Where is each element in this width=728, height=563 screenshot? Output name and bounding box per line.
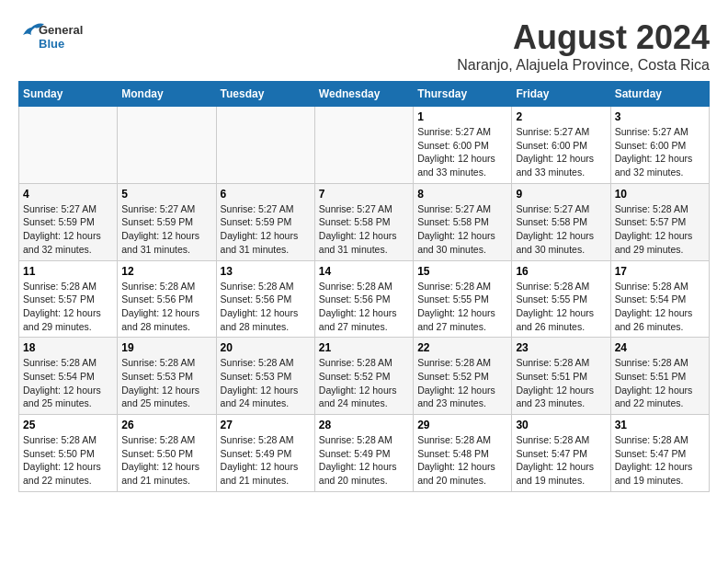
day-info: Sunrise: 5:28 AMSunset: 5:57 PMDaylight:… — [23, 280, 113, 334]
table-row: 13Sunrise: 5:28 AMSunset: 5:56 PMDayligh… — [216, 260, 314, 338]
day-info: Sunrise: 5:28 AMSunset: 5:51 PMDaylight:… — [615, 356, 705, 410]
day-info: Sunrise: 5:28 AMSunset: 5:53 PMDaylight:… — [221, 356, 311, 410]
day-info: Sunrise: 5:28 AMSunset: 5:51 PMDaylight:… — [516, 356, 606, 410]
day-info: Sunrise: 5:27 AMSunset: 5:59 PMDaylight:… — [23, 202, 113, 257]
day-number: 16 — [516, 265, 606, 278]
main-title: August 2024 — [457, 18, 710, 57]
day-info: Sunrise: 5:28 AMSunset: 5:50 PMDaylight:… — [121, 433, 211, 488]
day-number: 6 — [221, 188, 311, 201]
table-row: 3Sunrise: 5:27 AMSunset: 6:00 PMDaylight… — [610, 107, 709, 184]
calendar-table: Sunday Monday Tuesday Wednesday Thursday… — [18, 81, 710, 492]
day-info: Sunrise: 5:28 AMSunset: 5:56 PMDaylight:… — [319, 280, 409, 334]
calendar-week-row: 25Sunrise: 5:28 AMSunset: 5:50 PMDayligh… — [19, 415, 710, 492]
svg-text:Blue: Blue — [39, 37, 64, 51]
title-section: August 2024 Naranjo, Alajuela Province, … — [457, 18, 710, 74]
day-info: Sunrise: 5:27 AMSunset: 5:58 PMDaylight:… — [516, 202, 606, 257]
col-thursday: Thursday — [414, 82, 512, 107]
table-row: 30Sunrise: 5:28 AMSunset: 5:47 PMDayligh… — [512, 415, 610, 492]
table-row: 19Sunrise: 5:28 AMSunset: 5:53 PMDayligh… — [118, 338, 216, 415]
day-number: 8 — [417, 188, 507, 201]
day-number: 7 — [319, 188, 409, 201]
day-info: Sunrise: 5:27 AMSunset: 5:58 PMDaylight:… — [417, 202, 507, 257]
table-row: 17Sunrise: 5:28 AMSunset: 5:54 PMDayligh… — [610, 260, 709, 338]
day-info: Sunrise: 5:28 AMSunset: 5:48 PMDaylight:… — [417, 433, 507, 488]
day-number: 15 — [417, 265, 507, 278]
logo-svg: General Blue — [18, 18, 101, 53]
day-number: 11 — [23, 265, 113, 278]
table-row: 9Sunrise: 5:27 AMSunset: 5:58 PMDaylight… — [512, 183, 610, 260]
day-info: Sunrise: 5:28 AMSunset: 5:49 PMDaylight:… — [319, 433, 409, 488]
day-number: 20 — [221, 341, 311, 354]
day-info: Sunrise: 5:28 AMSunset: 5:56 PMDaylight:… — [221, 280, 311, 334]
day-info: Sunrise: 5:27 AMSunset: 5:58 PMDaylight:… — [319, 202, 409, 257]
col-friday: Friday — [512, 82, 610, 107]
day-number: 29 — [417, 419, 507, 431]
calendar-header-row: Sunday Monday Tuesday Wednesday Thursday… — [19, 82, 710, 107]
day-number: 2 — [516, 110, 606, 123]
logo-text-block: General Blue — [18, 18, 101, 53]
day-number: 28 — [319, 419, 409, 431]
col-monday: Monday — [118, 82, 216, 107]
day-number: 30 — [516, 419, 606, 431]
col-saturday: Saturday — [610, 82, 709, 107]
day-number: 21 — [319, 341, 409, 354]
day-info: Sunrise: 5:28 AMSunset: 5:57 PMDaylight:… — [615, 202, 705, 257]
table-row: 22Sunrise: 5:28 AMSunset: 5:52 PMDayligh… — [414, 338, 512, 415]
calendar-week-row: 4Sunrise: 5:27 AMSunset: 5:59 PMDaylight… — [19, 183, 710, 260]
day-info: Sunrise: 5:27 AMSunset: 5:59 PMDaylight:… — [121, 202, 211, 257]
table-row: 4Sunrise: 5:27 AMSunset: 5:59 PMDaylight… — [19, 183, 118, 260]
table-row: 29Sunrise: 5:28 AMSunset: 5:48 PMDayligh… — [414, 415, 512, 492]
logo: General Blue — [18, 18, 101, 53]
day-info: Sunrise: 5:27 AMSunset: 6:00 PMDaylight:… — [516, 125, 606, 179]
col-tuesday: Tuesday — [216, 82, 314, 107]
table-row: 8Sunrise: 5:27 AMSunset: 5:58 PMDaylight… — [414, 183, 512, 260]
table-row: 21Sunrise: 5:28 AMSunset: 5:52 PMDayligh… — [314, 338, 413, 415]
table-row: 10Sunrise: 5:28 AMSunset: 5:57 PMDayligh… — [610, 183, 709, 260]
day-number: 1 — [417, 110, 507, 123]
day-number: 18 — [23, 341, 113, 354]
table-row: 15Sunrise: 5:28 AMSunset: 5:55 PMDayligh… — [414, 260, 512, 338]
table-row — [19, 107, 118, 184]
day-info: Sunrise: 5:28 AMSunset: 5:52 PMDaylight:… — [417, 356, 507, 410]
table-row: 24Sunrise: 5:28 AMSunset: 5:51 PMDayligh… — [610, 338, 709, 415]
day-number: 5 — [121, 188, 211, 201]
day-number: 14 — [319, 265, 409, 278]
table-row: 7Sunrise: 5:27 AMSunset: 5:58 PMDaylight… — [314, 183, 413, 260]
day-info: Sunrise: 5:28 AMSunset: 5:56 PMDaylight:… — [121, 280, 211, 334]
table-row: 2Sunrise: 5:27 AMSunset: 6:00 PMDaylight… — [512, 107, 610, 184]
day-info: Sunrise: 5:28 AMSunset: 5:50 PMDaylight:… — [23, 433, 113, 488]
day-number: 3 — [615, 110, 705, 123]
day-number: 23 — [516, 341, 606, 354]
day-info: Sunrise: 5:28 AMSunset: 5:55 PMDaylight:… — [516, 280, 606, 334]
day-info: Sunrise: 5:27 AMSunset: 6:00 PMDaylight:… — [417, 125, 507, 179]
day-number: 26 — [121, 419, 211, 431]
table-row — [118, 107, 216, 184]
day-info: Sunrise: 5:28 AMSunset: 5:49 PMDaylight:… — [221, 433, 311, 488]
subtitle: Naranjo, Alajuela Province, Costa Rica — [457, 57, 710, 74]
table-row: 16Sunrise: 5:28 AMSunset: 5:55 PMDayligh… — [512, 260, 610, 338]
col-sunday: Sunday — [19, 82, 118, 107]
day-info: Sunrise: 5:28 AMSunset: 5:47 PMDaylight:… — [516, 433, 606, 488]
day-number: 12 — [121, 265, 211, 278]
table-row: 25Sunrise: 5:28 AMSunset: 5:50 PMDayligh… — [19, 415, 118, 492]
table-row: 20Sunrise: 5:28 AMSunset: 5:53 PMDayligh… — [216, 338, 314, 415]
table-row: 18Sunrise: 5:28 AMSunset: 5:54 PMDayligh… — [19, 338, 118, 415]
calendar-week-row: 1Sunrise: 5:27 AMSunset: 6:00 PMDaylight… — [19, 107, 710, 184]
table-row: 5Sunrise: 5:27 AMSunset: 5:59 PMDaylight… — [118, 183, 216, 260]
day-number: 22 — [417, 341, 507, 354]
table-row: 31Sunrise: 5:28 AMSunset: 5:47 PMDayligh… — [610, 415, 709, 492]
day-info: Sunrise: 5:28 AMSunset: 5:52 PMDaylight:… — [319, 356, 409, 410]
day-info: Sunrise: 5:28 AMSunset: 5:54 PMDaylight:… — [615, 280, 705, 334]
day-number: 4 — [23, 188, 113, 201]
day-number: 31 — [615, 419, 705, 431]
calendar-week-row: 18Sunrise: 5:28 AMSunset: 5:54 PMDayligh… — [19, 338, 710, 415]
day-number: 24 — [615, 341, 705, 354]
day-number: 10 — [615, 188, 705, 201]
day-info: Sunrise: 5:28 AMSunset: 5:47 PMDaylight:… — [615, 433, 705, 488]
day-number: 27 — [221, 419, 311, 431]
day-info: Sunrise: 5:28 AMSunset: 5:55 PMDaylight:… — [417, 280, 507, 334]
day-number: 17 — [615, 265, 705, 278]
table-row: 11Sunrise: 5:28 AMSunset: 5:57 PMDayligh… — [19, 260, 118, 338]
table-row: 1Sunrise: 5:27 AMSunset: 6:00 PMDaylight… — [414, 107, 512, 184]
day-number: 25 — [23, 419, 113, 431]
